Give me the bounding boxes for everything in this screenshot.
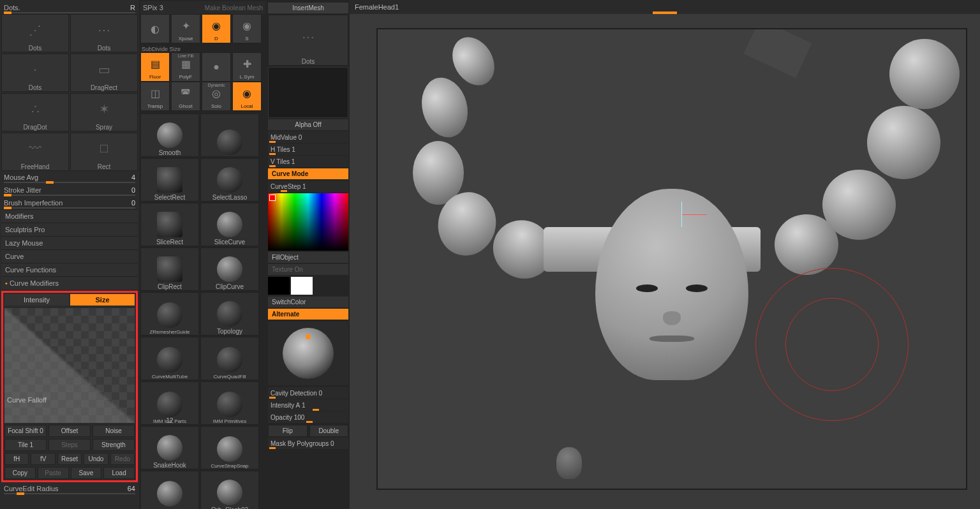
lsym-icon[interactable]: ✚L.Sym bbox=[232, 52, 262, 82]
brush-smooth[interactable]: Smooth bbox=[140, 114, 199, 157]
curveedit-radius-slider[interactable]: CurveEdit Radius64 bbox=[1, 482, 138, 495]
vtiles-slider[interactable]: V Tiles 1 bbox=[268, 156, 348, 167]
polyf-icon[interactable]: Line Fill▦PolyF bbox=[171, 52, 200, 82]
brush-imm-parts[interactable]: 12IMM Ind. Parts bbox=[140, 381, 199, 425]
stroke-dots-1[interactable]: ⋰Dots bbox=[1, 14, 69, 52]
double-btn[interactable]: Double bbox=[309, 425, 349, 437]
paste-btn[interactable]: Paste bbox=[38, 467, 69, 479]
reset-btn[interactable]: Reset bbox=[57, 453, 82, 465]
boolean-icon[interactable]: ◐ bbox=[140, 14, 170, 43]
fh-btn[interactable]: fH bbox=[4, 453, 29, 465]
brush-imm-primitives[interactable]: IMM Primitives bbox=[200, 381, 259, 425]
stroke-jitter-slider[interactable]: Stroke Jitter0 bbox=[1, 184, 138, 196]
save-btn[interactable]: Save bbox=[71, 467, 102, 479]
smoothmode-icon[interactable]: ◉S bbox=[232, 14, 262, 43]
cavity-slider[interactable]: Cavity Detection 0 bbox=[268, 387, 348, 399]
load-btn[interactable]: Load bbox=[103, 467, 135, 479]
section-curvefunctions[interactable]: Curve Functions bbox=[1, 263, 138, 276]
tab-size[interactable]: Size bbox=[70, 294, 135, 306]
intensitya-slider[interactable]: Intensity A 1 bbox=[268, 399, 348, 411]
viewport[interactable] bbox=[376, 28, 967, 490]
xpose-icon[interactable]: ✦Xpose bbox=[171, 14, 200, 43]
focal-shift[interactable]: Focal Shift 0 bbox=[4, 425, 47, 437]
section-modifiers[interactable]: Modifiers bbox=[1, 209, 138, 223]
textureon-btn[interactable]: Texture On bbox=[268, 264, 348, 275]
material-preview[interactable] bbox=[268, 321, 348, 385]
brush-slicerect[interactable]: SliceRect bbox=[140, 203, 199, 246]
alpha-well[interactable] bbox=[268, 67, 348, 118]
offset-btn[interactable]: Offset bbox=[48, 425, 91, 437]
brush-imperfection-slider[interactable]: Brush Imperfection0 bbox=[1, 196, 138, 209]
swatch-white[interactable] bbox=[291, 277, 313, 295]
brush-empty[interactable] bbox=[200, 114, 259, 157]
sphere-toggle-icon[interactable]: ● bbox=[202, 52, 231, 82]
brush-curvequadfill[interactable]: CurveQuadFill bbox=[200, 337, 259, 380]
insertmesh-btn[interactable]: InsertMesh bbox=[268, 3, 348, 13]
brush-snakehook[interactable]: SnakeHook bbox=[140, 426, 199, 469]
opacity-slider[interactable]: Opacity 100 bbox=[268, 411, 348, 423]
stroke-header[interactable]: Dots. R bbox=[1, 1, 138, 14]
spix-slider[interactable]: SPix 3 Make Boolean Mesh bbox=[140, 1, 265, 14]
curvestep-slider[interactable]: CurveStep 1 bbox=[268, 181, 348, 192]
section-sculptris[interactable]: Sculptris Pro bbox=[1, 223, 138, 236]
brush-zremesher[interactable]: ZRemesherGuide bbox=[140, 292, 199, 336]
stroke-dots-3[interactable]: ·Dots bbox=[1, 54, 69, 92]
copy-btn[interactable]: Copy bbox=[4, 467, 36, 479]
noise-btn[interactable]: Noise bbox=[93, 425, 135, 437]
brush-curvestrapsnap[interactable]: CurveStrapSnap bbox=[200, 426, 259, 469]
subtool-name: FemaleHead1 bbox=[355, 3, 399, 11]
stroke-rect[interactable]: □Rect bbox=[70, 133, 138, 171]
color-picker[interactable] bbox=[268, 193, 348, 251]
ghost-icon[interactable]: ◚Ghost bbox=[171, 82, 200, 111]
brush-selectrect[interactable]: SelectRect bbox=[140, 158, 199, 202]
stroke-spray[interactable]: ✶Spray bbox=[70, 93, 138, 131]
maskpoly-slider[interactable]: Mask By Polygroups 0 bbox=[268, 438, 348, 449]
redo-btn[interactable]: Redo bbox=[110, 453, 135, 465]
htiles-slider[interactable]: H Tiles 1 bbox=[268, 144, 348, 155]
section-lazymouse[interactable]: Lazy Mouse bbox=[1, 236, 138, 249]
strength-btn[interactable]: Strength bbox=[93, 439, 135, 451]
undo-btn[interactable]: Undo bbox=[84, 453, 108, 465]
flip-btn[interactable]: Flip bbox=[268, 425, 308, 437]
curvemode-btn[interactable]: Curve Mode bbox=[268, 168, 348, 179]
alternate-btn[interactable]: Alternate bbox=[268, 309, 348, 320]
stroke-label: FreeHand bbox=[21, 163, 49, 170]
tile-btn[interactable]: Tile 1 bbox=[4, 439, 47, 451]
stroke-freehand[interactable]: 〰FreeHand bbox=[1, 133, 69, 171]
brush-slicecurve[interactable]: SliceCurve bbox=[200, 203, 259, 246]
midvalue-slider[interactable]: MidValue 0 bbox=[268, 131, 348, 143]
stroke-dots-2[interactable]: ⋯Dots bbox=[70, 14, 138, 52]
tab-intensity[interactable]: Intensity bbox=[4, 294, 69, 306]
solo-icon[interactable]: Dynamic◎Solo bbox=[202, 82, 231, 111]
local-icon[interactable]: ◉Local bbox=[232, 82, 262, 111]
curve-modifiers-panel: Intensity Size Curve Falloff Focal Shift… bbox=[1, 291, 138, 482]
section-curve[interactable]: Curve bbox=[1, 249, 138, 263]
draw-icon[interactable]: ◉D bbox=[202, 14, 231, 43]
brush-clipcurve[interactable]: ClipCurve bbox=[200, 247, 259, 291]
dots-preview[interactable]: ⋯Dots bbox=[268, 15, 348, 66]
brush-orbslash02[interactable]: Orb_Slash02 bbox=[200, 471, 259, 509]
floor-icon[interactable]: ▤Floor bbox=[140, 52, 170, 82]
gizmo-x-axis bbox=[681, 214, 707, 215]
alphaoff-btn[interactable]: Alpha Off bbox=[268, 119, 348, 130]
fv-btn[interactable]: fV bbox=[31, 453, 55, 465]
stroke-dragdot[interactable]: ∴DragDot bbox=[1, 93, 69, 131]
stroke-dragrect[interactable]: ▭DragRect bbox=[70, 54, 138, 92]
stroke-panel: Dots. R ⋰Dots ⋯Dots ·Dots ▭DragRect ∴Dra… bbox=[0, 0, 139, 509]
steps-btn[interactable]: Steps bbox=[48, 439, 91, 451]
brush-curvemultitube[interactable]: CurveMultiTube bbox=[140, 337, 199, 380]
brush-cliprect[interactable]: ClipRect bbox=[140, 247, 199, 291]
mouse-avg-slider[interactable]: Mouse Avg4 bbox=[1, 171, 138, 184]
stroke-header-hint: R bbox=[130, 4, 135, 11]
brush-selectlasso[interactable]: SelectLasso bbox=[200, 158, 259, 202]
brush-cursor bbox=[755, 268, 909, 421]
section-curvemodifiers[interactable]: Curve Modifiers bbox=[1, 276, 138, 290]
transp-icon[interactable]: ◫Transp bbox=[140, 82, 170, 111]
fillobject-btn[interactable]: FillObject bbox=[268, 252, 348, 263]
swatch-black[interactable] bbox=[268, 277, 290, 295]
brush-topology[interactable]: Topology bbox=[200, 292, 259, 336]
curve-falloff-graph[interactable]: Curve Falloff bbox=[4, 308, 135, 423]
history-progress[interactable] bbox=[653, 11, 677, 14]
brush-orbslashclean[interactable]: Orb_Slash_clean bbox=[140, 471, 199, 509]
switchcolor-btn[interactable]: SwitchColor bbox=[268, 297, 348, 307]
